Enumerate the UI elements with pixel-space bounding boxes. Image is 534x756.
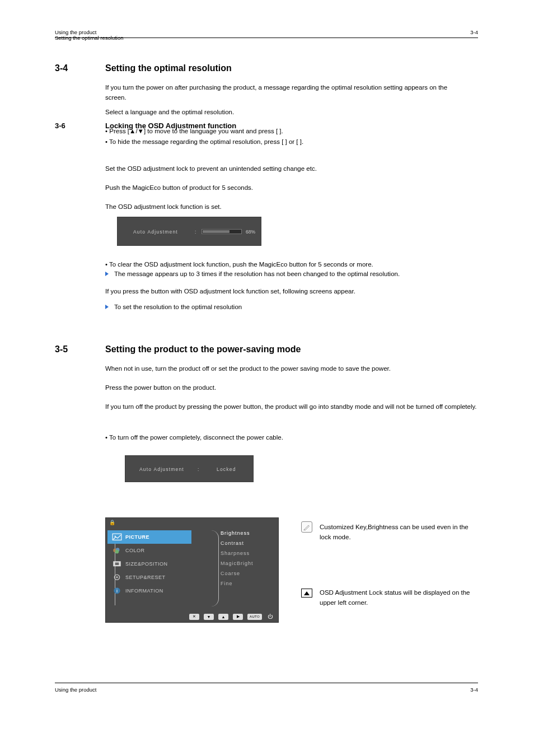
osd-locked-colon: : [198, 466, 200, 472]
svg-text:i: i [116, 588, 118, 594]
osd-locked-bar: Auto Adjustment : Locked [125, 455, 254, 482]
s1-p2: Select a language and the optimal resolu… [105, 108, 469, 118]
osd-coarse: Coarse [221, 571, 254, 576]
page-header-right: 3-4 [470, 29, 478, 35]
osd-menu-setup[interactable]: SETUP&RESET [107, 571, 191, 584]
osd-menu-info[interactable]: i INFORMATION [107, 584, 191, 598]
s3-p2: Push the MagicEco button of product for … [105, 183, 469, 193]
s1-bullet2-text: To hide the message regarding the optima… [109, 138, 303, 145]
osd-sharpness: Sharpness [221, 550, 254, 556]
s2-p1: When not in use, turn the product off or… [105, 364, 469, 374]
picture-icon [112, 533, 122, 541]
footer-rule [55, 683, 478, 683]
section-36-title: Locking the OSD Adjustment function [105, 122, 236, 130]
color-icon [112, 547, 122, 554]
up-arrow-icon [304, 591, 310, 595]
osd-power-icon[interactable]: ⏻ [268, 614, 273, 619]
section-35-num: 3-5 [55, 344, 68, 354]
osd-aa-label: Auto Adjustment [133, 229, 178, 235]
s3-note: Customized Key,Brightness can be used ev… [320, 522, 476, 543]
s1-p1: If you turn the power on after purchasin… [105, 83, 469, 103]
osd-up-button[interactable]: ▲ [218, 614, 228, 620]
osd-locked-label: Auto Adjustment [139, 466, 184, 472]
osd-brace [207, 530, 219, 606]
osd-contrast: Contrast [221, 540, 254, 546]
section-36-num: 3-6 [55, 122, 65, 130]
osd-aa-value: 68% [246, 229, 255, 235]
svg-rect-6 [115, 563, 119, 566]
section-34-title: Setting the optimal resolution [105, 63, 232, 73]
s2-p2: Press the power button on the product. [105, 383, 469, 393]
osd-main-panel: 🔒 PICTURE COLOR SIZE&POSITION SETUP&R [105, 517, 279, 623]
note-icon [301, 521, 312, 533]
svg-point-4 [115, 550, 119, 554]
osd-right-button[interactable]: ▶ [233, 614, 243, 620]
osd-left-col: PICTURE COLOR SIZE&POSITION SETUP&RESET … [107, 521, 191, 610]
section-34-num: 3-4 [55, 63, 68, 73]
osd-aa-colon: : [195, 229, 197, 235]
info-icon: i [112, 587, 122, 595]
tip-icon [301, 589, 312, 598]
triangle-icon [105, 272, 109, 276]
osd-magicbright: MagicBright [221, 561, 254, 566]
osd-setup-lbl: SETUP&RESET [125, 575, 166, 580]
s3-p3: The OSD adjustment lock function is set. [105, 202, 469, 212]
page-footer-right: 3-4 [470, 687, 478, 693]
osd-close-button[interactable]: ✕ [189, 614, 199, 620]
osd-auto-button[interactable]: AUTO [247, 614, 262, 620]
osd-button-row: ✕ ▼ ▲ ▶ AUTO ⏻ [106, 612, 278, 621]
s1-bullet2: • To hide the message regarding the opti… [105, 137, 469, 147]
osd-brightness: Brightness [221, 530, 254, 536]
s3-bullet1-text: To clear the OSD adjustment lock functio… [109, 261, 373, 268]
osd-aa-progress [202, 229, 242, 234]
osd-color-lbl: COLOR [125, 548, 145, 553]
s3-bullet1: • To clear the OSD adjustment lock funct… [105, 260, 469, 270]
svg-point-8 [116, 576, 118, 578]
osd-menu-sizepos[interactable]: SIZE&POSITION [107, 557, 191, 571]
section-35-title: Setting the product to the power-saving … [105, 344, 301, 354]
sizepos-icon [112, 560, 122, 568]
s1-tri2: To set the resolution to the optimal res… [114, 302, 472, 312]
s2-p4: • To turn off the power completely, disc… [105, 433, 469, 443]
osd-sizepos-lbl: SIZE&POSITION [125, 561, 168, 567]
s2-p4-text: To turn off the power completely, discon… [109, 434, 283, 441]
osd-info-lbl: INFORMATION [125, 588, 163, 594]
s3-tip: OSD Adjustment Lock status will be displ… [320, 588, 476, 608]
header-rule [55, 38, 478, 38]
setup-icon [112, 573, 122, 581]
osd-picture-lbl: PICTURE [125, 534, 149, 540]
osd-auto-adjust-bar: Auto Adjustment : 68% [117, 217, 261, 246]
osd-right-col: Brightness Contrast Sharpness MagicBrigh… [221, 530, 254, 591]
osd-locked-status: Locked [217, 466, 236, 472]
s1-tri1: The message appears up to 3 times if the… [114, 269, 472, 279]
s2-p3: If you turn off the product by pressing … [105, 402, 480, 412]
osd-aa-pct: % [251, 229, 255, 235]
osd-menu-picture[interactable]: PICTURE [107, 530, 191, 544]
osd-menu-color[interactable]: COLOR [107, 544, 191, 557]
osd-aa-progress-fill [203, 230, 229, 233]
osd-fine: Fine [221, 581, 254, 586]
osd-down-button[interactable]: ▼ [204, 614, 214, 620]
s3-p4: If you press the button with OSD adjustm… [105, 287, 469, 297]
page-footer-left: Using the product [55, 687, 96, 693]
triangle-icon [105, 305, 109, 309]
page-header-left: Using the product Setting the optimal re… [55, 29, 124, 41]
s3-p1: Set the OSD adjustment lock to prevent a… [105, 164, 469, 174]
